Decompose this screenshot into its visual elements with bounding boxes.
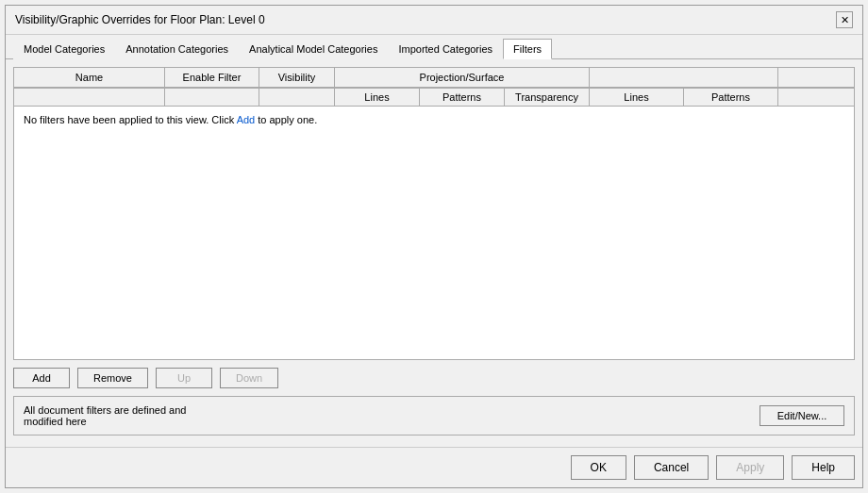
- edit-new-button[interactable]: Edit/New...: [760, 405, 844, 426]
- down-button[interactable]: Down: [220, 368, 278, 388]
- info-box: All document filters are defined andmodi…: [13, 396, 855, 435]
- remove-button[interactable]: Remove: [77, 368, 148, 388]
- bottom-bar: OK Cancel Apply Help: [6, 447, 862, 487]
- tab-model-categories[interactable]: Model Categories: [13, 39, 115, 59]
- header-projection-surface: Projection/Surface: [335, 68, 590, 88]
- header-name: Name: [14, 68, 165, 88]
- sub-header-proj-transparency: Transparency: [505, 89, 590, 106]
- tab-filters[interactable]: Filters: [503, 39, 552, 59]
- table-header-bottom: Lines Patterns Transparency Lines Patter…: [14, 89, 854, 107]
- help-button[interactable]: Help: [792, 455, 855, 480]
- main-content: Name Enable Filter Visibility Projection…: [6, 59, 862, 447]
- dialog: Visibility/Graphic Overrides for Floor P…: [5, 5, 863, 488]
- info-text: All document filters are defined andmodi…: [24, 404, 748, 427]
- dialog-title: Visibility/Graphic Overrides for Floor P…: [15, 13, 265, 26]
- header-enable-filter: Enable Filter: [165, 68, 259, 88]
- empty-message: No filters have been applied to this vie…: [14, 107, 854, 133]
- apply-button[interactable]: Apply: [716, 455, 784, 480]
- sub-header-cut-patterns: Patterns: [684, 89, 778, 106]
- tabs-bar: Model Categories Annotation Categories A…: [6, 35, 862, 59]
- header-halftone: [778, 68, 854, 88]
- close-button[interactable]: ✕: [836, 11, 853, 28]
- title-bar: Visibility/Graphic Overrides for Floor P…: [6, 6, 862, 35]
- up-button[interactable]: Up: [156, 368, 212, 388]
- sub-header-proj-patterns: Patterns: [420, 89, 505, 106]
- tab-analytical-model-categories[interactable]: Analytical Model Categories: [239, 39, 388, 59]
- header-visibility: Visibility: [259, 68, 335, 88]
- sub-header-name: [14, 89, 165, 106]
- sub-header-enable: [165, 89, 259, 106]
- ok-button[interactable]: OK: [571, 455, 626, 480]
- add-link[interactable]: Add: [237, 114, 256, 125]
- sub-header-visibility: [259, 89, 335, 106]
- tab-annotation-categories[interactable]: Annotation Categories: [115, 39, 239, 59]
- cancel-button[interactable]: Cancel: [634, 455, 709, 480]
- table-header-top: Name Enable Filter Visibility Projection…: [14, 68, 854, 89]
- header-cut: [590, 68, 778, 88]
- sub-header-proj-lines: Lines: [335, 89, 420, 106]
- action-buttons: Add Remove Up Down: [13, 360, 855, 396]
- tab-imported-categories[interactable]: Imported Categories: [388, 39, 503, 59]
- sub-header-cut-lines: Lines: [590, 89, 684, 106]
- filters-table: Name Enable Filter Visibility Projection…: [13, 67, 855, 360]
- sub-header-halftone: [778, 89, 854, 106]
- add-button[interactable]: Add: [13, 368, 70, 388]
